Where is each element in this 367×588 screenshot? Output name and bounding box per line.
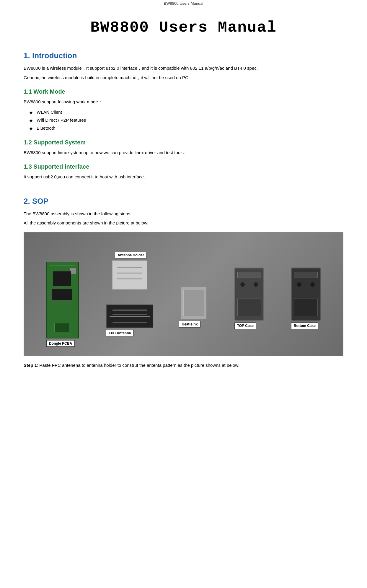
section1-3-title: 1.3 Supported interface <box>24 163 343 170</box>
bullet-wlan: WLAN Client <box>30 108 343 116</box>
fpc-antenna-holder-group: Antenna Holder FPC Antenna <box>106 260 153 328</box>
bottom-case-label: Bottom Case <box>291 322 318 329</box>
bullet-wifi-direct: Wifi Direct / P2P features <box>30 116 343 124</box>
fpc-antenna-shape <box>106 304 153 328</box>
fpc-antenna-wrapper: FPC Antenna <box>106 304 153 328</box>
section1-body2: Generic,the wireless module is build in … <box>24 74 343 82</box>
section1-body1: BW8800 is a wireless module，It support u… <box>24 64 343 72</box>
section2-title: 2. SOP <box>24 197 343 206</box>
top-case-label: TOP Case <box>234 322 256 329</box>
dongle-pcba-shape <box>46 262 79 338</box>
section1-title: 1. Introduction <box>24 51 343 60</box>
section1-2-title: 1.2 Supported System <box>24 139 343 146</box>
antenna-holder-shape <box>112 260 147 290</box>
heat-sink-shape <box>180 287 207 319</box>
assembly-diagram: Dongle PCBA Antenna Holder <box>24 232 343 356</box>
antenna-holder-wrapper: Antenna Holder <box>112 260 147 290</box>
main-title: BW8800 Users Manual <box>24 19 343 36</box>
top-case-shape <box>234 268 264 321</box>
dongle-pcba-component: Dongle PCBA <box>46 262 79 338</box>
bottom-case-component: Bottom Case <box>291 268 321 321</box>
step1-body: : Paste FPC antenena to antenna holder t… <box>37 363 239 368</box>
antenna-holder-label: Antenna Holder <box>115 252 146 258</box>
bullet-bluetooth: Bluetooth <box>30 124 343 132</box>
step1-label: Step 1 <box>24 363 37 368</box>
section1-2-body: BW8800 support linux system up to now,we… <box>24 149 343 157</box>
step1-text: Step 1: Paste FPC antenena to antenna ho… <box>24 361 343 369</box>
section1-3-body: It support usb2.0,you can connect it to … <box>24 173 343 181</box>
diagram-area: Dongle PCBA Antenna Holder <box>24 232 343 356</box>
work-mode-list: WLAN Client Wifi Direct / P2P features B… <box>30 108 343 132</box>
heat-sink-label: Heat-sink <box>179 321 200 328</box>
section1-1-body: BW8800 support following work mode： <box>24 98 343 106</box>
dongle-pcba-label: Dongle PCBA <box>46 340 75 347</box>
section2-body1: The BW8800 assembly is shown in the foll… <box>24 210 343 218</box>
section2-body2: All the assembly components are shown in… <box>24 219 343 227</box>
bottom-case-shape <box>291 268 321 321</box>
heat-sink-component: Heat-sink <box>180 287 207 319</box>
section1-1-title: 1.1 Work Mode <box>24 88 343 95</box>
top-case-component: TOP Case <box>234 268 264 321</box>
fpc-antenna-label: FPC Antenna <box>106 330 133 336</box>
page-header: BW8800 Users Manual <box>0 0 367 7</box>
